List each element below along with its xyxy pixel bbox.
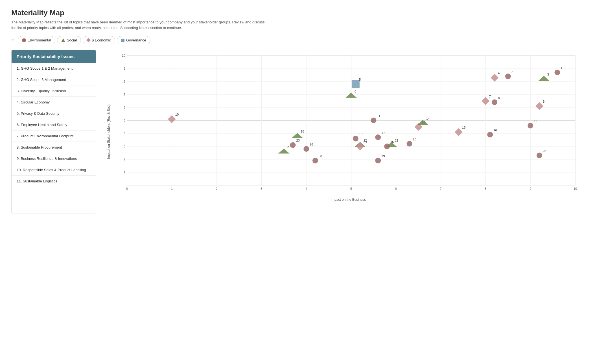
- chart-svg: 0112233445566778899101012345678910111213…: [113, 50, 584, 197]
- main-layout: Priority Sustainability Issues 1. GHG Sc…: [11, 50, 584, 213]
- priority-list-item: 10. Responsible Sales & Product Labellin…: [12, 164, 96, 176]
- svg-text:4: 4: [498, 71, 500, 75]
- svg-text:27: 27: [287, 145, 291, 149]
- svg-text:26: 26: [310, 143, 313, 146]
- svg-text:9: 9: [543, 100, 544, 103]
- economic-diamond-icon: [86, 38, 91, 43]
- priority-list-item: 11. Sustainable Logistics: [12, 176, 96, 187]
- svg-point-76: [375, 134, 381, 140]
- svg-text:10: 10: [574, 187, 577, 190]
- svg-text:3: 3: [261, 187, 262, 190]
- priority-list-item: 2. GHG Scope 3 Management: [12, 74, 96, 85]
- priority-list-item: 1. GHG Scope 1 & 2 Management: [12, 63, 96, 74]
- priority-list-item: 8. Sustainable Procurement: [12, 142, 96, 153]
- svg-text:0: 0: [126, 187, 128, 190]
- svg-text:6: 6: [124, 106, 125, 109]
- legend-environmental-label: Environmental: [28, 38, 51, 42]
- svg-text:7: 7: [489, 95, 491, 98]
- priority-panel: Priority Sustainability Issues 1. GHG Sc…: [11, 50, 96, 213]
- svg-point-98: [537, 153, 542, 158]
- svg-text:21: 21: [395, 139, 398, 142]
- svg-text:6: 6: [355, 90, 356, 93]
- svg-text:1: 1: [124, 171, 125, 174]
- svg-point-44: [554, 70, 560, 75]
- svg-text:6: 6: [395, 187, 397, 190]
- svg-text:10: 10: [122, 54, 125, 57]
- svg-point-102: [312, 158, 318, 164]
- legend-item-environmental[interactable]: Environmental: [18, 36, 55, 44]
- svg-text:10: 10: [175, 113, 179, 116]
- legend-item-governance[interactable]: Governance: [117, 36, 150, 44]
- svg-text:2: 2: [216, 187, 218, 190]
- svg-text:25: 25: [390, 140, 394, 144]
- svg-text:1: 1: [171, 187, 173, 190]
- legend-social-label: Social: [67, 38, 77, 42]
- svg-text:9: 9: [124, 67, 125, 70]
- priority-list-item: 7. Product Environmental Footprint: [12, 131, 96, 142]
- svg-text:30: 30: [319, 155, 322, 158]
- svg-rect-52: [352, 80, 360, 88]
- svg-point-74: [487, 132, 493, 138]
- page-title: Materiality Map: [11, 8, 584, 17]
- priority-list: 1. GHG Scope 1 & 2 Management2. GHG Scop…: [12, 63, 96, 187]
- legend-governance-label: Governance: [126, 38, 146, 42]
- legend-economic-label: $ Economic: [92, 38, 111, 42]
- governance-square-icon: [121, 39, 124, 42]
- svg-text:5: 5: [350, 187, 352, 190]
- svg-text:8: 8: [485, 187, 486, 190]
- legend-item-economic[interactable]: $ Economic: [83, 36, 115, 44]
- svg-point-80: [353, 136, 358, 141]
- priority-list-item: 6. Employee Health and Safety: [12, 119, 96, 131]
- svg-text:18: 18: [301, 130, 304, 133]
- svg-text:14: 14: [426, 117, 430, 120]
- filter-icon[interactable]: ≡: [11, 37, 14, 43]
- priority-list-item: 9. Business Resilience & Innovations: [12, 153, 96, 164]
- priority-panel-header: Priority Sustainability Issues: [12, 50, 96, 63]
- svg-text:5: 5: [124, 119, 125, 122]
- svg-point-88: [290, 142, 296, 148]
- svg-text:9: 9: [530, 187, 531, 190]
- svg-point-92: [384, 144, 390, 149]
- svg-text:3: 3: [124, 145, 125, 148]
- svg-point-100: [375, 158, 381, 164]
- svg-point-64: [371, 118, 376, 123]
- svg-text:12: 12: [534, 119, 537, 123]
- svg-point-46: [505, 74, 511, 79]
- svg-text:4: 4: [124, 132, 125, 135]
- chart-area: Impact on Stakeholders (Env & Soc) 01122…: [104, 50, 584, 213]
- svg-text:17: 17: [381, 131, 385, 134]
- svg-text:4: 4: [305, 187, 307, 190]
- priority-list-item: 4. Circular Economy: [12, 97, 96, 108]
- svg-text:11: 11: [377, 114, 380, 118]
- x-axis-label: Impact on the Business: [113, 198, 584, 202]
- svg-point-94: [303, 146, 309, 152]
- svg-text:2: 2: [511, 70, 513, 74]
- svg-text:16: 16: [493, 129, 497, 132]
- svg-text:8: 8: [498, 96, 500, 100]
- svg-text:29: 29: [381, 155, 385, 158]
- priority-list-item: 3. Diversity, Equality, Inclusion: [12, 85, 96, 97]
- svg-text:7: 7: [124, 93, 125, 96]
- svg-text:8: 8: [124, 80, 125, 83]
- environmental-dot-icon: [22, 38, 26, 42]
- social-triangle-icon: [61, 38, 65, 42]
- svg-text:28: 28: [543, 149, 546, 153]
- legend-item-social[interactable]: Social: [57, 36, 81, 44]
- svg-text:15: 15: [462, 126, 465, 129]
- svg-text:3: 3: [547, 73, 549, 76]
- svg-text:23: 23: [296, 139, 300, 142]
- svg-text:20: 20: [413, 138, 416, 141]
- svg-text:24: 24: [364, 140, 367, 144]
- legend-bar: ≡ Environmental Social $ Economic Govern…: [11, 36, 584, 44]
- svg-text:1: 1: [561, 66, 562, 70]
- svg-point-82: [406, 141, 412, 147]
- svg-text:5: 5: [359, 78, 361, 81]
- svg-text:7: 7: [440, 187, 442, 190]
- svg-text:19: 19: [359, 132, 362, 136]
- y-axis-label: Impact on Stakeholders (Env & Soc): [107, 104, 111, 159]
- page-description: The Materiality Map reflects the list of…: [11, 19, 265, 30]
- svg-point-58: [492, 100, 497, 105]
- svg-text:2: 2: [124, 158, 125, 161]
- priority-list-item: 5. Privacy & Data Security: [12, 108, 96, 119]
- svg-point-66: [528, 123, 533, 128]
